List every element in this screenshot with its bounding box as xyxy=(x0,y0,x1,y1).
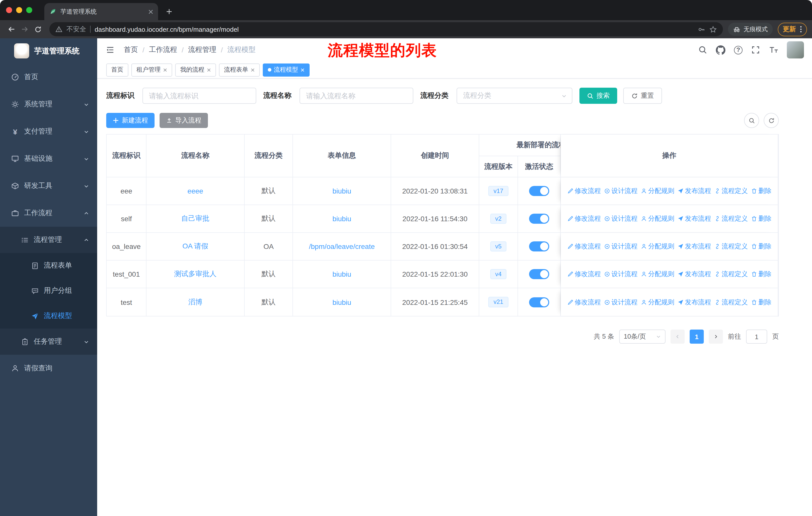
sidebar-item-task-management[interactable]: 任务管理 xyxy=(0,329,97,355)
create-process-button[interactable]: 新建流程 xyxy=(106,113,154,128)
page-number-button[interactable]: 1 xyxy=(690,330,704,344)
browser-menu-icon[interactable] xyxy=(800,26,802,33)
sidebar-item-dev-tools[interactable]: 研发工具 xyxy=(0,172,97,199)
bookmark-star-icon[interactable] xyxy=(709,25,717,33)
assign-rule-link[interactable]: 分配规则 xyxy=(641,242,674,251)
update-button[interactable]: 更新 xyxy=(778,22,807,36)
process-definition-link[interactable]: 流程定义 xyxy=(714,214,748,223)
next-page-button[interactable] xyxy=(709,330,723,344)
reset-button[interactable]: 重置 xyxy=(623,88,662,104)
tag-process-form[interactable]: 流程表单 xyxy=(219,63,260,76)
window-close-button[interactable] xyxy=(6,7,12,13)
form-info-link[interactable]: /bpm/oa/leave/create xyxy=(309,242,375,250)
reload-button[interactable] xyxy=(31,23,44,36)
modify-process-link[interactable]: 修改流程 xyxy=(567,214,601,223)
forward-button[interactable] xyxy=(18,23,31,36)
refresh-table-button[interactable] xyxy=(764,113,779,128)
delete-link[interactable]: 删除 xyxy=(751,242,772,251)
sidebar-item-system[interactable]: 系统管理 xyxy=(0,91,97,118)
assign-rule-link[interactable]: 分配规则 xyxy=(641,186,674,195)
sidebar-item-payment[interactable]: ¥ 支付管理 xyxy=(0,118,97,145)
active-toggle[interactable] xyxy=(529,269,549,279)
delete-link[interactable]: 删除 xyxy=(751,298,772,307)
delete-link[interactable]: 删除 xyxy=(751,270,772,279)
process-name-link[interactable]: 滔博 xyxy=(188,298,202,307)
assign-rule-link[interactable]: 分配规则 xyxy=(641,270,674,279)
toggle-search-button[interactable] xyxy=(744,113,759,128)
new-tab-button[interactable] xyxy=(162,4,176,19)
publish-process-link[interactable]: 发布流程 xyxy=(677,298,711,307)
sidebar-item-home[interactable]: 首页 xyxy=(0,63,97,91)
process-definition-link[interactable]: 流程定义 xyxy=(714,186,748,195)
publish-process-link[interactable]: 发布流程 xyxy=(677,186,711,195)
process-id-input[interactable] xyxy=(142,88,256,104)
process-name-link[interactable]: eeee xyxy=(187,187,203,195)
process-definition-link[interactable]: 流程定义 xyxy=(714,242,748,251)
sidebar-item-workflow[interactable]: 工作流程 xyxy=(0,199,97,227)
modify-process-link[interactable]: 修改流程 xyxy=(567,298,601,307)
tag-home[interactable]: 首页 xyxy=(106,63,128,76)
active-toggle[interactable] xyxy=(529,297,549,307)
fullscreen-icon[interactable] xyxy=(751,45,760,54)
active-toggle[interactable] xyxy=(529,186,549,196)
modify-process-link[interactable]: 修改流程 xyxy=(567,242,601,251)
delete-link[interactable]: 删除 xyxy=(751,214,772,223)
process-name-input[interactable] xyxy=(299,88,413,104)
design-process-link[interactable]: 设计流程 xyxy=(604,242,638,251)
process-definition-link[interactable]: 流程定义 xyxy=(714,270,748,279)
tag-my-process[interactable]: 我的流程 xyxy=(175,63,216,76)
avatar[interactable] xyxy=(787,41,804,58)
sidebar-item-user-group[interactable]: 用户分组 xyxy=(0,278,97,303)
modify-process-link[interactable]: 修改流程 xyxy=(567,270,601,279)
address-bar[interactable]: 不安全 dashboard.yudao.iocoder.cn/bpm/manag… xyxy=(49,22,723,36)
tab-close-icon[interactable] xyxy=(148,9,153,14)
breadcrumb-item-process-management[interactable]: 流程管理 xyxy=(188,45,216,54)
page-size-select[interactable]: 10条/页 xyxy=(619,330,666,344)
design-process-link[interactable]: 设计流程 xyxy=(604,270,638,279)
sidebar-item-process-form[interactable]: 流程表单 xyxy=(0,253,97,278)
back-button[interactable] xyxy=(5,23,18,36)
import-process-button[interactable]: 导入流程 xyxy=(160,113,208,128)
tag-process-model[interactable]: 流程模型 xyxy=(263,63,310,76)
design-process-link[interactable]: 设计流程 xyxy=(604,186,638,195)
close-icon[interactable] xyxy=(163,68,167,72)
design-process-link[interactable]: 设计流程 xyxy=(604,298,638,307)
form-info-link[interactable]: biubiu xyxy=(332,215,351,223)
sidebar-fold-icon[interactable] xyxy=(106,45,115,54)
process-category-select[interactable]: 流程分类 xyxy=(457,88,572,104)
publish-process-link[interactable]: 发布流程 xyxy=(677,242,711,251)
sidebar-item-infrastructure[interactable]: 基础设施 xyxy=(0,145,97,172)
process-name-link[interactable]: 测试多审批人 xyxy=(174,270,216,279)
active-toggle[interactable] xyxy=(529,241,549,251)
modify-process-link[interactable]: 修改流程 xyxy=(567,186,601,195)
window-zoom-button[interactable] xyxy=(26,7,32,13)
design-process-link[interactable]: 设计流程 xyxy=(604,214,638,223)
delete-link[interactable]: 删除 xyxy=(751,186,772,195)
sidebar-item-process-model[interactable]: 流程模型 xyxy=(0,303,97,329)
close-icon[interactable] xyxy=(251,68,255,72)
publish-process-link[interactable]: 发布流程 xyxy=(677,270,711,279)
form-info-link[interactable]: biubiu xyxy=(332,187,351,195)
breadcrumb-item-workflow[interactable]: 工作流程 xyxy=(149,45,177,54)
sidebar-item-process-management[interactable]: 流程管理 xyxy=(0,227,97,253)
form-info-link[interactable]: biubiu xyxy=(332,270,351,278)
assign-rule-link[interactable]: 分配规则 xyxy=(641,298,674,307)
publish-process-link[interactable]: 发布流程 xyxy=(677,214,711,223)
form-info-link[interactable]: biubiu xyxy=(332,298,351,306)
window-minimize-button[interactable] xyxy=(16,7,22,13)
process-name-link[interactable]: OA 请假 xyxy=(182,242,208,251)
goto-page-input[interactable] xyxy=(746,330,767,344)
font-size-icon[interactable] xyxy=(769,45,778,54)
prev-page-button[interactable] xyxy=(671,330,685,344)
tag-tenant-management[interactable]: 租户管理 xyxy=(132,63,172,76)
breadcrumb-item-home[interactable]: 首页 xyxy=(124,45,138,54)
process-definition-link[interactable]: 流程定义 xyxy=(714,298,748,307)
assign-rule-link[interactable]: 分配规则 xyxy=(641,214,674,223)
active-toggle[interactable] xyxy=(529,214,549,224)
search-button[interactable]: 搜索 xyxy=(579,88,617,104)
help-icon[interactable]: ? xyxy=(734,46,743,54)
app-logo[interactable]: 芋道管理系统 xyxy=(0,38,97,63)
sidebar-item-leave-query[interactable]: 请假查询 xyxy=(0,355,97,382)
github-icon[interactable] xyxy=(716,45,725,55)
close-icon[interactable] xyxy=(207,68,211,72)
